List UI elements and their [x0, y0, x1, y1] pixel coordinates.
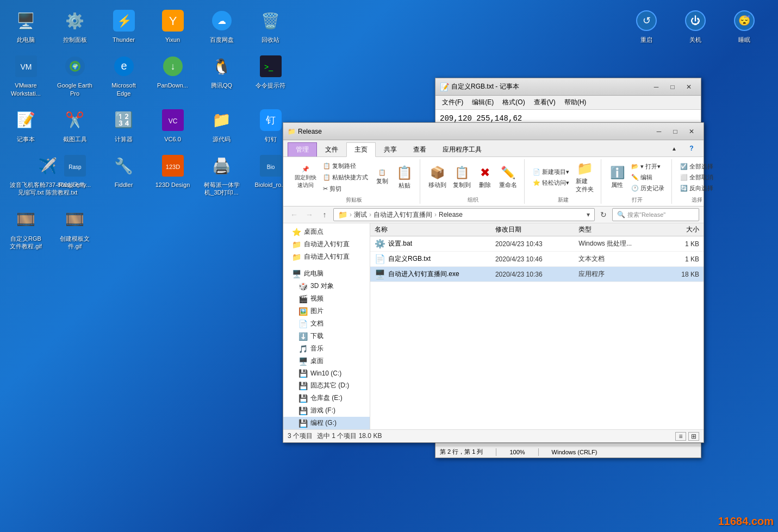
desktop-icon-yixun[interactable]: Y Yixun	[152, 5, 193, 46]
sidebar-item-video[interactable]: 🎬 视频	[283, 292, 370, 305]
cut-btn[interactable]: ✂ 剪切	[320, 184, 371, 194]
col-size[interactable]: 大小	[657, 225, 704, 234]
edit-btn[interactable]: ✏️ 编辑	[628, 172, 667, 183]
notepad-menu-edit[interactable]: 编辑(E)	[468, 97, 498, 108]
history-btn[interactable]: 🕐 历史记录	[628, 183, 667, 193]
nav-up-btn[interactable]: ↑	[318, 208, 331, 221]
sidebar-item-this-pc[interactable]: 🖥️ 此电脑	[283, 267, 370, 280]
col-date[interactable]: 修改日期	[491, 225, 574, 234]
notepad-maximize-btn[interactable]: □	[665, 81, 680, 93]
desktop-icon-baidu[interactable]: ☁ 百度网盘	[201, 5, 242, 46]
desktop-icon-qq[interactable]: 🐧 腾讯QQ	[201, 51, 242, 99]
desktop-icon-snip[interactable]: ✂️ 截图工具	[54, 105, 95, 145]
sidebar-item-e[interactable]: 💾 仓库盘 (E:)	[283, 392, 370, 404]
explorer-close-btn[interactable]: ✕	[684, 126, 699, 137]
desktop-icon-123d[interactable]: 123D 123D Design	[152, 151, 193, 199]
sidebar-item-documents[interactable]: 📄 文档	[283, 317, 370, 330]
select-all-btn[interactable]: ☑️ 全部选择	[677, 161, 716, 172]
copy-btn[interactable]: 📋 复制路径	[320, 161, 371, 171]
sidebar-item-c[interactable]: 💾 Win10 (C:)	[283, 367, 370, 379]
path-seg-release[interactable]: Release	[439, 211, 463, 218]
desktop-icon-raspberry[interactable]: Rasp Raspberry...	[54, 151, 95, 199]
desktop-icon-recycle[interactable]: 🗑️ 回收站	[250, 5, 291, 46]
delete-btn[interactable]: ✖ 删除	[475, 164, 495, 191]
explorer-minimize-btn[interactable]: ─	[651, 126, 667, 137]
desktop-icon-this-pc[interactable]: 🖥️ 此电脑	[5, 5, 46, 46]
view-list-btn[interactable]: ≡	[675, 432, 686, 441]
address-path[interactable]: 📁 › 测试 › 自动进入钉钉直播间 › Release ▾	[333, 208, 595, 221]
sidebar-item-downloads[interactable]: ⬇️ 下载	[283, 330, 370, 342]
desktop-icon-control-panel[interactable]: ⚙️ 控制面板	[54, 5, 95, 46]
pin-quick-access-btn[interactable]: 📌 固定到快速访问	[292, 164, 319, 191]
desktop-icon-pandown[interactable]: ↓ PanDown...	[152, 51, 193, 99]
refresh-btn[interactable]: ↻	[597, 208, 610, 221]
paste-shortcut-btn[interactable]: 📋 粘贴快捷方式	[320, 172, 371, 183]
desktop-icon-thunder[interactable]: ⚡ Thunder	[103, 5, 144, 46]
select-none-btn[interactable]: ⬜ 全部取消	[677, 172, 716, 183]
ribbon-collapse-btn[interactable]: ▲	[667, 142, 682, 154]
desktop-icon-vc[interactable]: VC VC6.0	[152, 105, 193, 145]
notepad-menu-view[interactable]: 查看(V)	[530, 97, 560, 108]
ribbon-help-btn[interactable]: ?	[684, 142, 699, 154]
sidebar-item-desktop[interactable]: 🖥️ 桌面	[283, 355, 370, 367]
desktop-icon-shutdown[interactable]: ⏻ 关机	[675, 5, 715, 46]
desktop-icon-sleep[interactable]: 😴 睡眠	[724, 5, 764, 46]
copy-to-btn[interactable]: 📋 复制到	[450, 164, 474, 191]
path-seg-test[interactable]: 测试	[354, 210, 367, 220]
col-name[interactable]: 名称	[370, 225, 491, 234]
nav-forward-btn[interactable]: →	[303, 208, 316, 221]
invert-selection-btn[interactable]: 🔄 反向选择	[677, 183, 716, 193]
sidebar-item-pictures[interactable]: 🖼️ 图片	[283, 305, 370, 317]
desktop-icon-vmware[interactable]: VM VMware Workstati...	[5, 51, 46, 99]
explorer-maximize-btn[interactable]: □	[668, 126, 683, 137]
desktop-icon-restart[interactable]: ↺ 重启	[626, 5, 667, 46]
sidebar-item-auto2[interactable]: 📁 自动进入钉钉直	[283, 251, 370, 263]
search-box[interactable]: 🔍 搜索"Release"	[612, 208, 699, 221]
paste-btn[interactable]: 📋 粘贴	[394, 164, 415, 191]
ribbon-tab-home[interactable]: 主页	[346, 142, 376, 157]
notepad-close-btn[interactable]: ✕	[681, 81, 696, 93]
quick-access-btn[interactable]: ⭐ 轻松访问▾	[530, 178, 572, 188]
ribbon-tab-app-tools[interactable]: 应用程序工具	[434, 142, 490, 157]
ribbon-tab-manage[interactable]: 管理	[288, 142, 317, 157]
sidebar-item-music[interactable]: 🎵 音乐	[283, 342, 370, 355]
col-type[interactable]: 类型	[574, 225, 657, 234]
new-item-btn[interactable]: 📄 新建项目▾	[530, 167, 572, 177]
file-row-settings[interactable]: ⚙️ 设置.bat 2020/4/23 10:43 Windows 批处理...…	[370, 236, 704, 252]
notepad-menu-format[interactable]: 格式(O)	[498, 97, 529, 108]
nav-back-btn[interactable]: ←	[288, 208, 301, 221]
file-row-rgb[interactable]: 📄 自定义RGB.txt 2020/4/23 10:46 文本文档 1 KB	[370, 252, 704, 267]
desktop-icon-tree[interactable]: 🖨️ 树莓派一体学机_3D打印...	[201, 151, 242, 199]
desktop-icon-google-earth[interactable]: 🌍 Google Earth Pro	[54, 51, 95, 99]
ribbon-tab-share[interactable]: 共享	[376, 142, 405, 157]
rename-btn[interactable]: ✏️ 重命名	[496, 164, 520, 191]
open-btn[interactable]: 📂 ▾ 打开▾	[628, 161, 667, 172]
sidebar-item-f[interactable]: 💾 游戏 (F:)	[283, 404, 370, 417]
ribbon-tab-file[interactable]: 文件	[317, 142, 346, 157]
notepad-menu-file[interactable]: 文件(F)	[438, 97, 468, 108]
desktop-icon-notepad[interactable]: 📝 记事本	[5, 105, 46, 145]
desktop-icon-fiddler[interactable]: 🔧 Fiddler	[103, 151, 144, 199]
move-to-btn[interactable]: 📦 移动到	[426, 164, 449, 191]
file-row-exe[interactable]: 🖥️ 自动进入钉钉直播间.exe 2020/4/23 10:36 应用程序 18…	[370, 267, 704, 282]
sidebar-item-desktop-point[interactable]: ⭐ 桌面点	[283, 226, 370, 238]
desktop-icon-edge[interactable]: e Microsoft Edge	[103, 51, 144, 99]
path-seg-auto[interactable]: 自动进入钉钉直播间	[374, 210, 432, 220]
copy-main-btn[interactable]: 📋 复制	[372, 167, 393, 187]
desktop-icon-template-gif[interactable]: 🎞️ 创建模板文 件.gif	[54, 204, 95, 253]
notepad-minimize-btn[interactable]: ─	[649, 81, 664, 93]
desktop-icon-cmd[interactable]: >_ 令令提示符	[250, 51, 291, 99]
desktop-icon-source[interactable]: 📁 源代码	[201, 105, 242, 145]
notepad-menu-help[interactable]: 帮助(H)	[560, 97, 591, 108]
desktop-icon-rgb-gif[interactable]: 🎞️ 自定义RGB 文件教程.gif	[5, 204, 46, 253]
new-folder-btn[interactable]: 📁 新建文件夹	[573, 159, 596, 195]
desktop-icon-calc[interactable]: 🔢 计算器	[103, 105, 144, 145]
ribbon-tab-view[interactable]: 查看	[405, 142, 434, 157]
sidebar-item-3d[interactable]: 🎲 3D 对象	[283, 280, 370, 292]
path-dropdown-icon[interactable]: ▾	[587, 211, 590, 218]
properties-btn[interactable]: ℹ️ 属性	[607, 164, 627, 191]
view-grid-btn[interactable]: ⊞	[688, 432, 699, 441]
sidebar-item-g[interactable]: 💾 编程 (G:)	[283, 417, 370, 429]
sidebar-item-auto1[interactable]: 📁 自动进入钉钉直	[283, 238, 370, 251]
sidebar-item-d[interactable]: 💾 固态其它 (D:)	[283, 379, 370, 392]
